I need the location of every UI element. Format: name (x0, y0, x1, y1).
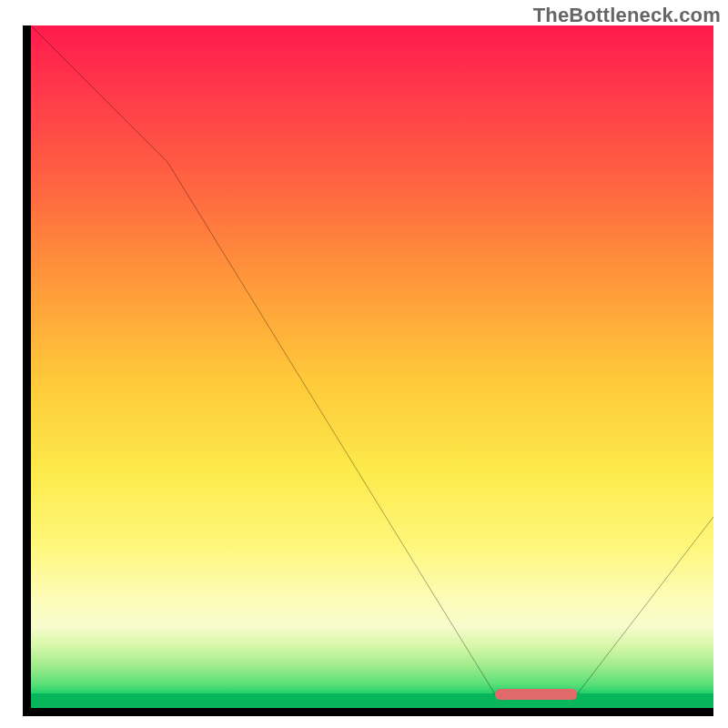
watermark-text: TheBottleneck.com (533, 4, 721, 27)
overlay-svg (31, 25, 713, 708)
plot-area (23, 25, 713, 716)
bottleneck-curve (31, 25, 713, 694)
chart-container: TheBottleneck.com (0, 0, 728, 728)
optimal-range-marker (495, 689, 577, 700)
